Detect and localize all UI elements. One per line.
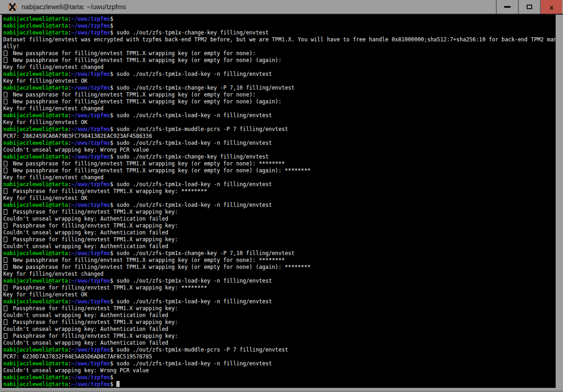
output-text: Key for filling/envtest OK <box>3 78 87 84</box>
prompt-sigil: $ <box>110 360 116 367</box>
prompt-path: ~/uwu/tzpfms <box>71 16 110 22</box>
output-line: Key for filling/envtest changed <box>3 271 556 278</box>
output-text: Passphrase for filling/envtest TPM1.X wr… <box>13 305 178 312</box>
terminal-cursor <box>116 381 120 387</box>
key-missing-glyph-icon <box>4 57 7 63</box>
prompt-user-host: nabijaczleweli@tarta <box>3 381 68 387</box>
key-missing-glyph-icon <box>4 51 7 56</box>
prompt-path: ~/uwu/tzpfms <box>71 360 110 367</box>
output-text: Passphrase for filling/envtest TPM1.X wr… <box>13 209 178 215</box>
command-text: sudo ./out/zfs-tpm1x-load-key -n filling… <box>116 202 272 208</box>
output-text: Passphrase for filling/envtest TPM1.X wr… <box>13 319 178 325</box>
prompt-user-host: nabijaczleweli@tarta <box>3 29 68 36</box>
prompt-line: nabijaczleweli@tarta:~/uwu/tzpfms$ <box>3 16 556 23</box>
output-line: Passphrase for filling/envtest TPM1.X wr… <box>3 188 556 195</box>
key-missing-glyph-icon <box>4 188 7 194</box>
prompt-user-host: nabijaczleweli@tarta <box>3 278 68 284</box>
command-text: sudo ./out/zfs-tpm1x-change-key filling/… <box>116 153 269 160</box>
command-text: sudo ./out/zfs-tpm1x-load-key -n filling… <box>116 71 272 77</box>
output-line: Passphrase for filling/envtest TPM1.X wr… <box>3 236 556 243</box>
output-line: Key for filling/envtest OK <box>3 195 556 202</box>
output-line: Couldn't unseal wrapping key: Authentica… <box>3 216 556 222</box>
prompt-path: ~/uwu/tzpfms <box>71 374 110 381</box>
output-line: Key for filling/envtest changed <box>3 64 556 71</box>
prompt-path: ~/uwu/tzpfms <box>71 126 110 132</box>
prompt-path: ~/uwu/tzpfms <box>71 112 110 119</box>
output-text: Key for filling/envtest changed <box>3 174 103 181</box>
prompt-separator: : <box>68 71 71 77</box>
output-text: New passphrase for filling/envtest TPM1.… <box>13 257 285 263</box>
prompt-sigil: $ <box>110 126 116 132</box>
prompt-separator: : <box>68 29 71 36</box>
prompt-line: nabijaczleweli@tarta:~/uwu/tzpfms$ sudo … <box>3 71 556 78</box>
key-missing-glyph-icon <box>4 333 7 339</box>
output-text: Couldn't unseal wrapping key: Authentica… <box>3 326 168 332</box>
key-missing-glyph-icon <box>4 168 7 173</box>
prompt-user-host: nabijaczleweli@tarta <box>3 347 68 353</box>
prompt-path: ~/uwu/tzpfms <box>71 278 110 284</box>
close-button[interactable]: x <box>540 0 562 14</box>
output-line: Passphrase for filling/envtest TPM1.X wr… <box>3 319 556 326</box>
output-line: Couldn't unseal wrapping key: Wrong PCR … <box>3 367 556 374</box>
command-text: sudo ./out/zfs-tpm1x-muddle-pcrs -P 7 fi… <box>116 126 288 132</box>
prompt-separator: : <box>68 181 71 187</box>
prompt-line: nabijaczleweli@tarta:~/uwu/tzpfms$ sudo … <box>3 250 556 257</box>
prompt-separator: : <box>68 140 71 146</box>
window-title: nabijaczleweli@tarta: ~/uwu/tzpfms <box>22 3 496 11</box>
command-text: sudo ./out/zfs-tpm1x-load-key -n filling… <box>116 112 272 119</box>
prompt-user-host: nabijaczleweli@tarta <box>3 298 68 305</box>
output-line: Couldn't unseal wrapping key: Wrong PCR … <box>3 147 556 153</box>
maximize-button[interactable] <box>518 0 540 14</box>
output-text: Couldn't unseal wrapping key: Authentica… <box>3 243 168 250</box>
key-missing-glyph-icon <box>4 92 7 97</box>
prompt-path: ~/uwu/tzpfms <box>71 202 110 208</box>
key-missing-glyph-icon <box>4 257 7 263</box>
terminal-body[interactable]: nabijaczleweli@tarta:~/uwu/tzpfms$ nabij… <box>0 15 559 388</box>
command-text: sudo ./out/zfs-tpm1x-load-key -n filling… <box>116 360 272 367</box>
prompt-sigil: $ <box>110 23 116 29</box>
prompt-path: ~/uwu/tzpfms <box>71 140 110 146</box>
prompt-line: nabijaczleweli@tarta:~/uwu/tzpfms$ sudo … <box>3 360 556 367</box>
output-line: ally! <box>3 43 556 50</box>
prompt-user-host: nabijaczleweli@tarta <box>3 23 68 29</box>
prompt-line: nabijaczleweli@tarta:~/uwu/tzpfms$ sudo … <box>3 181 556 188</box>
output-line: Couldn't unseal wrapping key: Authentica… <box>3 229 556 236</box>
prompt-line: nabijaczleweli@tarta:~/uwu/tzpfms$ sudo … <box>3 202 556 209</box>
key-missing-glyph-icon <box>4 223 7 228</box>
xorg-logo-icon <box>7 2 17 12</box>
output-line: Dataset filling/envtest was encrypted wi… <box>3 36 556 43</box>
prompt-sigil: $ <box>110 29 116 36</box>
output-line: New passphrase for filling/envtest TPM1.… <box>3 264 556 271</box>
prompt-sigil: $ <box>110 347 116 353</box>
key-missing-glyph-icon <box>4 99 7 104</box>
prompt-user-host: nabijaczleweli@tarta <box>3 16 68 22</box>
output-line: Passphrase for filling/envtest TPM1.X wr… <box>3 209 556 216</box>
minimize-button[interactable] <box>496 0 518 14</box>
prompt-path: ~/uwu/tzpfms <box>71 381 110 387</box>
output-text: New passphrase for filling/envtest TPM1.… <box>13 57 282 63</box>
prompt-separator: : <box>68 23 71 29</box>
prompt-separator: : <box>68 153 71 160</box>
prompt-line: nabijaczleweli@tarta:~/uwu/tzpfms$ <box>3 23 556 29</box>
prompt-separator: : <box>68 250 71 256</box>
output-line: New passphrase for filling/envtest TPM1.… <box>3 57 556 64</box>
prompt-sigil: $ <box>110 202 116 208</box>
output-text: Couldn't unseal wrapping key: Authentica… <box>3 216 168 222</box>
output-line: Couldn't unseal wrapping key: Authentica… <box>3 243 556 250</box>
output-text: New passphrase for filling/envtest TPM1.… <box>13 160 285 167</box>
output-line: New passphrase for filling/envtest TPM1.… <box>3 167 556 174</box>
output-line: New passphrase for filling/envtest TPM1.… <box>3 50 556 57</box>
output-text: Passphrase for filling/envtest TPM1.X wr… <box>13 236 178 243</box>
maximize-icon <box>527 5 532 9</box>
output-text: Couldn't unseal wrapping key: Wrong PCR … <box>3 147 149 153</box>
titlebar[interactable]: nabijaczleweli@tarta: ~/uwu/tzpfms x <box>0 0 563 15</box>
key-missing-glyph-icon <box>4 161 7 166</box>
prompt-line: nabijaczleweli@tarta:~/uwu/tzpfms$ sudo … <box>3 29 556 36</box>
prompt-path: ~/uwu/tzpfms <box>71 250 110 256</box>
prompt-user-host: nabijaczleweli@tarta <box>3 181 68 187</box>
command-text: sudo ./out/zfs-tpm1x-change-key -P 7,10 … <box>116 250 294 256</box>
prompt-sigil: $ <box>110 140 116 146</box>
output-text: Key for filling/envtest OK <box>3 119 87 125</box>
prompt-separator: : <box>68 202 71 208</box>
close-icon: x <box>550 4 553 11</box>
